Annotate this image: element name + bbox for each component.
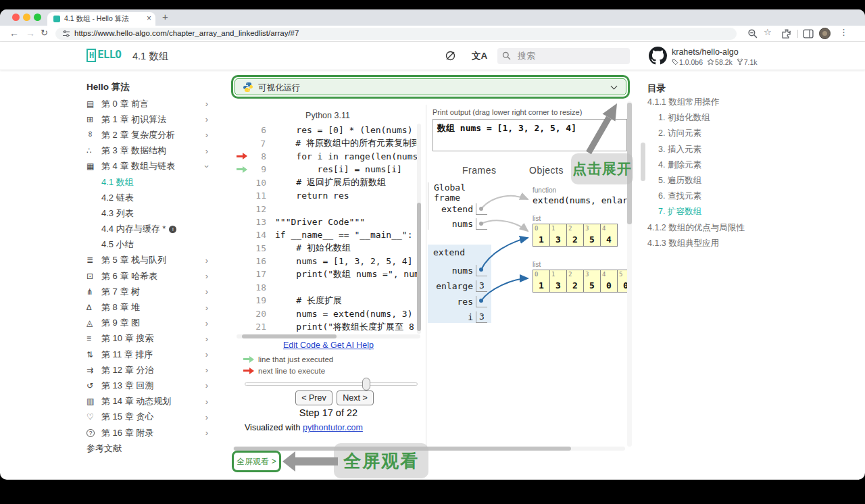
sidebar-chapter-item[interactable]: ≣ 第 5 章 栈与队列 › (86, 253, 212, 268)
fullscreen-link[interactable]: 全屏观看 > (234, 453, 279, 470)
toc-scrollbar[interactable] (641, 143, 645, 181)
reload-icon[interactable]: ↻ (41, 28, 48, 38)
cell-value: 3 (550, 234, 566, 245)
chapter-icon: ◬ (86, 318, 101, 328)
zoom-level-icon[interactable] (747, 28, 758, 39)
forward-icon[interactable]: → (26, 28, 35, 39)
next-step-button[interactable]: Next > (337, 390, 374, 405)
code-vertical-scrollbar[interactable] (417, 124, 421, 334)
tag-icon (672, 59, 678, 66)
chapter-icon: ▦ (86, 161, 101, 171)
chapter-icon: ↺ (86, 381, 101, 390)
toc-item[interactable]: 4.1.3 数组典型应用 (647, 236, 789, 251)
chapter-icon: ⇅ (86, 350, 101, 359)
toc-item[interactable]: 2. 访问元素 (647, 126, 789, 141)
sidebar-chapter-item[interactable]: ⇅ 第 11 章 排序 › (86, 347, 212, 362)
code-listing: 6 res = [0] * (len(nums) 7 # 将原数组中的所有元素复… (237, 124, 420, 334)
cell-index: 1 (551, 271, 555, 278)
toc-item[interactable]: 7. 扩容数组 (647, 204, 789, 220)
chapter-label: 第 1 章 初识算法 (101, 114, 205, 126)
theme-toggle-icon[interactable] (445, 50, 456, 61)
sidebar-chapter-item[interactable]: ♡ 第 15 章 贪心 › (86, 409, 212, 425)
chevron-right-icon: › (205, 428, 208, 438)
frame-label: Global frame (434, 182, 491, 195)
profile-avatar[interactable] (819, 28, 831, 39)
sidebar-chapter-item[interactable]: ⇉ 第 12 章 分治 › (86, 362, 212, 378)
toc-item[interactable]: 1. 初始化数组 (647, 110, 789, 126)
sidebar-chapter-item[interactable]: ⋔ 第 7 章 树 › (86, 284, 212, 299)
toc-list: 4.1.1 数组常用操作 1. 初始化数组 2. 访问元素 3. 插入元素 (647, 95, 789, 251)
new-tab-button[interactable]: + (162, 11, 168, 22)
hello-algo-logo[interactable]: HELLO (86, 48, 121, 62)
code-line: 12 (237, 202, 420, 215)
step-indicator: Step 17 of 22 (237, 407, 420, 418)
sidebar-chapter-item[interactable]: ∴ 第 3 章 数据结构 › (86, 143, 212, 159)
close-tab-icon[interactable]: × (147, 14, 151, 23)
chapter-icon: ▥ (86, 397, 101, 406)
site-settings-icon[interactable] (62, 30, 70, 38)
object-type-label: list (533, 215, 628, 222)
sidebar-chapter-item[interactable]: ? 第 16 章 附录 › (86, 425, 212, 440)
sidebar-section-item[interactable]: 4.5 小结 (86, 237, 212, 253)
sidebar-chapter-item[interactable]: ∞ 第 2 章 复杂度分析 › (86, 127, 212, 143)
sidebar-chapter-item[interactable]: ⊞ 第 1 章 初识算法 › (86, 111, 212, 127)
minimize-window-button[interactable] (23, 14, 30, 21)
sidebar-chapter-item[interactable]: ↺ 第 13 章 回溯 › (86, 378, 212, 393)
code-line: 13 """Driver Code""" (237, 216, 420, 228)
toc-item[interactable]: 5. 遍历数组 (647, 173, 789, 188)
sidebar-chapter-item[interactable]: ▥ 第 14 章 动态规划 › (86, 394, 212, 409)
address-bar[interactable]: https://www.hello-algo.com/chapter_array… (55, 28, 737, 40)
toc-item[interactable]: 3. 插入元素 (647, 142, 789, 157)
sidebar-site-name[interactable]: Hello 算法 (86, 81, 212, 96)
search-input[interactable] (516, 49, 618, 61)
code-text: print("将数组长度扩展至 8 (275, 321, 414, 333)
list-cell: 2 2 (566, 270, 584, 293)
close-window-button[interactable] (12, 14, 20, 21)
edit-code-link[interactable]: Edit Code & Get AI Help (237, 341, 420, 350)
step-slider-track[interactable] (245, 382, 418, 386)
chapter-label: 第 9 章 图 (101, 317, 205, 329)
sidebar-section-item[interactable]: 4.1 数组 (86, 174, 212, 190)
sidebar-chapter-item[interactable]: ≡ 第 10 章 搜索 › (86, 331, 212, 347)
search-box[interactable] (497, 48, 630, 64)
code-horizontal-scrollbar[interactable] (237, 334, 420, 338)
prev-step-button[interactable]: < Prev (295, 390, 332, 405)
visual-run-panel-header[interactable]: 可视化运行 (234, 78, 626, 95)
browser-tab[interactable]: 4.1 数组 - Hello 算法 × (47, 12, 155, 26)
browser-menu-icon[interactable]: ⋮ (839, 27, 850, 38)
code-line: 16 nums = [1, 3, 2, 5, 4] (237, 255, 420, 268)
bookmark-star-icon[interactable]: ☆ (764, 27, 774, 38)
chevron-right-icon: › (205, 380, 208, 390)
list-cell: 1 3 (549, 270, 567, 293)
code-line: 20 nums = extend(nums, 3) (237, 307, 420, 320)
pythontutor-link[interactable]: pythontutor.com (303, 423, 363, 432)
side-panel-icon[interactable] (803, 28, 814, 39)
extensions-icon[interactable] (781, 28, 792, 39)
sidebar-chapter-item[interactable]: ⊡ 第 6 章 哈希表 › (86, 268, 212, 284)
cell-value: 5 (584, 234, 600, 245)
page-title: 4.1 数组 (132, 50, 168, 63)
toc-item[interactable]: 4. 删除元素 (647, 157, 789, 173)
sidebar-section-item[interactable]: 4.2 链表 (86, 190, 212, 205)
zoom-window-button[interactable] (34, 14, 41, 21)
sidebar-chapter-item[interactable]: ◬ 第 9 章 图 › (86, 316, 212, 331)
chapter-list-bottom: ≣ 第 5 章 栈与队列 › ⊡ 第 6 章 哈希表 › ⋔ 第 7 章 树 (86, 253, 212, 440)
chevron-right-icon: › (205, 286, 208, 297)
sidebar-item-references[interactable]: 参考文献 (86, 440, 212, 456)
chevron-right-icon: › (205, 412, 208, 422)
toc-item[interactable]: 6. 查找元素 (647, 188, 789, 204)
github-repo-widget[interactable]: krahets/hello-algo 1.0.0b658.2k7.1k (649, 47, 791, 67)
execution-arrow-icon (237, 166, 247, 173)
sidebar-chapter-item[interactable]: ▤ 第 0 章 前言 › (86, 96, 212, 111)
sidebar-chapter-item[interactable]: ∆ 第 8 章 堆 › (86, 299, 212, 315)
translate-icon[interactable]: 文A (472, 50, 487, 62)
list-cell: 3 5 (583, 224, 601, 247)
sidebar-section-item[interactable]: 4.4 内存与缓存 * ! (86, 222, 212, 237)
chevron-right-icon: › (205, 114, 208, 124)
sidebar-section-item[interactable]: 4.3 列表 (86, 205, 212, 221)
back-icon[interactable]: ← (9, 28, 19, 39)
toc-item[interactable]: 4.1.1 数组常用操作 (647, 95, 789, 110)
sidebar-chapter-item[interactable]: ▦ 第 4 章 数组与链表 › (86, 159, 212, 174)
toc-item[interactable]: 4.1.2 数组的优点与局限性 (647, 220, 789, 236)
step-slider-thumb[interactable] (362, 378, 370, 390)
